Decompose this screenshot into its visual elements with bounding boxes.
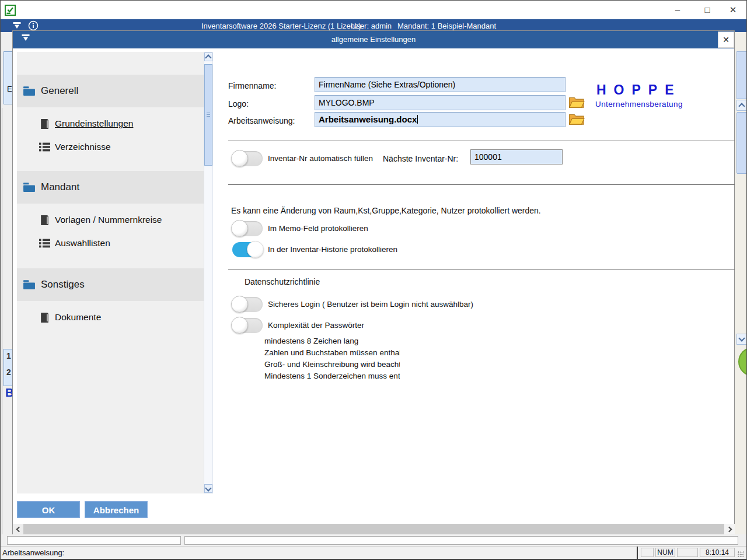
toggle-sicheres-login-label: Sicheres Login ( Benutzer ist beim Login…	[268, 300, 473, 309]
status-bar: Arbeitsanweisung: NUM 8:10:14	[0, 546, 747, 559]
background-border-line	[2, 108, 2, 542]
toggle-inventar-auto[interactable]	[232, 151, 263, 166]
divider	[228, 270, 735, 270]
app-check-icon	[5, 5, 16, 16]
scroll-up-icon[interactable]	[736, 100, 747, 111]
user-label: User: admin	[351, 22, 392, 30]
dialog-close-button[interactable]: ✕	[718, 32, 734, 48]
dialog-titlebar: allgemeine Einstellungen ✕	[13, 31, 734, 48]
divider	[228, 141, 735, 141]
dialog-body: Generell Grundeinstellungen Verzeic	[13, 48, 734, 534]
background-letter: E	[7, 85, 12, 93]
arbeitsanweisung-value: Arbeitsanweisung.docx	[319, 114, 417, 124]
mandant-label: Mandant: 1 Beispiel-Mandant	[397, 22, 496, 30]
sidebar-item-label: Auswahllisten	[55, 238, 110, 249]
sidebar-item-verzeichnisse[interactable]: Verzeichnisse	[17, 137, 204, 157]
scroll-right-icon[interactable]	[724, 524, 735, 534]
background-panel-edge	[184, 536, 738, 545]
toggle-knob	[231, 296, 248, 313]
sidebar-scrollbar[interactable]	[204, 52, 213, 494]
firmenname-label: Firmenname:	[228, 81, 276, 90]
sidebar-group-label: Generell	[41, 85, 78, 97]
book-icon	[39, 118, 50, 130]
arbeitsanweisung-input[interactable]: Arbeitsanweisung.docx	[315, 112, 566, 127]
password-rule: Mindestens 1 Sonderzeichen muss entl	[264, 370, 400, 382]
background-bottom-strip	[1, 534, 746, 546]
sidebar-group-sonstiges[interactable]: Sonstiges	[17, 268, 204, 301]
toggle-sicheres-login[interactable]	[232, 297, 263, 312]
cancel-button[interactable]: Abbrechen	[85, 501, 148, 518]
toggle-historie-protokoll[interactable]	[232, 242, 263, 257]
status-divider	[637, 547, 638, 559]
brand-logo: HOPPE	[596, 82, 682, 98]
sidebar-item-dokumente[interactable]: Dokumente	[17, 307, 204, 327]
list-icon	[39, 239, 50, 248]
text-cursor	[417, 115, 418, 124]
datenschutz-heading: Datenschutzrichtlinie	[245, 277, 320, 286]
toggle-passwort-komplexitaet[interactable]	[232, 318, 263, 333]
toggle-knob	[231, 317, 248, 334]
status-clock: 8:10:14	[700, 548, 735, 557]
status-num-indicator: NUM	[655, 548, 675, 557]
naechste-inventar-nr-input[interactable]: 100001	[470, 149, 563, 164]
scroll-down-icon[interactable]	[204, 484, 212, 493]
dialog-title: allgemeine Einstellungen	[13, 35, 734, 44]
logo-input[interactable]: MYLOGO.BMP	[315, 95, 566, 110]
sidebar-group-generell[interactable]: Generell	[17, 75, 204, 107]
background-scrollbar-thumb[interactable]	[736, 112, 747, 174]
toggle-knob	[247, 241, 264, 258]
password-rule: mindestens 8 Zeichen lang	[264, 335, 400, 347]
settings-dialog: allgemeine Einstellungen ✕ Generell Gr	[12, 30, 735, 534]
toggle-memo-protokoll-label: Im Memo-Feld protokollieren	[268, 224, 368, 233]
toggle-memo-protokoll[interactable]	[232, 221, 263, 236]
firmenname-input[interactable]: FirmenName (Siehe Extras/Optionen)	[315, 77, 566, 92]
settings-sidebar: Generell Grundeinstellungen Verzeic	[17, 52, 204, 494]
book-icon	[39, 312, 50, 323]
status-message: Arbeitsanweisung:	[2, 548, 64, 557]
sidebar-group-label: Mandant	[41, 181, 79, 193]
sidebar-item-vorlagen-nummernkreise[interactable]: Vorlagen / Nummernkreise	[17, 210, 204, 230]
background-logo-fragment: B	[5, 386, 12, 400]
arbeitsanweisung-label: Arbeitsanweisung:	[228, 116, 295, 125]
arbeitsanweisung-browse-button[interactable]	[568, 111, 585, 127]
app-window: – □ ✕ Inventarsoftware 2026 Starter-Lize…	[0, 0, 747, 560]
background-left-strip: E 1 2 B	[1, 32, 12, 546]
scroll-up-icon[interactable]	[204, 52, 212, 61]
ok-button[interactable]: OK	[17, 501, 80, 518]
info-icon[interactable]	[28, 20, 39, 31]
resize-grip[interactable]	[738, 551, 743, 557]
toggle-passwort-komplexitaet-label: Komplexität der Passwörter	[268, 321, 364, 330]
sidebar-item-label: Dokumente	[55, 312, 101, 323]
password-rule: Zahlen und Buchstaben müssen enthalt	[264, 347, 400, 359]
close-button[interactable]: ✕	[720, 1, 746, 20]
status-cell-empty	[677, 548, 698, 557]
maximize-button[interactable]: □	[694, 1, 721, 20]
book-icon	[39, 215, 50, 226]
scroll-left-icon[interactable]	[13, 524, 23, 534]
folder-icon	[23, 279, 36, 290]
open-folder-icon	[568, 94, 585, 110]
naechste-inventar-nr-label: Nächste Inventar-Nr:	[383, 154, 458, 163]
list-icon	[39, 142, 50, 152]
dialog-horizontal-scrollbar[interactable]	[13, 524, 735, 534]
background-green-badge	[738, 347, 747, 376]
toggle-knob	[231, 220, 248, 237]
toggle-historie-protokoll-label: In der Inventar-Historie protokollieren	[268, 245, 397, 254]
logo-browse-button[interactable]	[568, 94, 585, 110]
sidebar-item-auswahllisten[interactable]: Auswahllisten	[17, 233, 204, 253]
background-row-numbers: 1 2	[4, 349, 12, 386]
minimize-button[interactable]: –	[664, 1, 691, 20]
scroll-down-icon[interactable]	[736, 334, 747, 345]
sidebar-group-label: Sonstiges	[41, 279, 85, 290]
open-folder-icon	[568, 111, 585, 127]
sidebar-group-mandant[interactable]: Mandant	[17, 171, 204, 204]
folder-icon	[23, 86, 36, 96]
logo-label: Logo:	[228, 99, 249, 108]
background-selected-panel: E	[4, 51, 12, 104]
collapse-menu-icon[interactable]	[13, 22, 21, 29]
row-number: 2	[6, 368, 11, 377]
row-number: 1	[6, 351, 11, 360]
sidebar-item-grundeinstellungen[interactable]: Grundeinstellungen	[17, 114, 204, 134]
background-scrollbar-track[interactable]	[736, 51, 747, 99]
scrollbar-thumb[interactable]	[204, 64, 212, 166]
